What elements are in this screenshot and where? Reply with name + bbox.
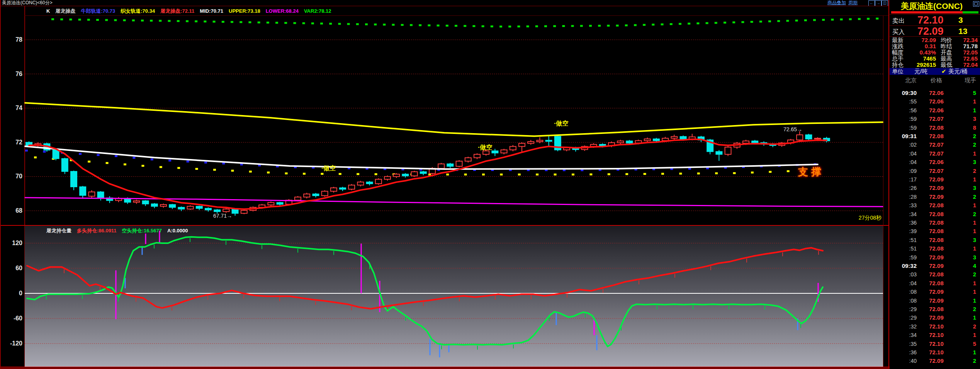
stat-value: 0.43%: [912, 49, 936, 56]
y-axis-label: 70: [2, 173, 22, 180]
tick-lots: 2: [956, 132, 980, 140]
chart-area[interactable]: [0, 0, 888, 369]
tick-price: 72.10: [917, 340, 956, 348]
unit-usd-option[interactable]: 美元/桶: [948, 68, 980, 75]
tick-price: 72.08: [917, 201, 956, 210]
short-signal-label: ·做空: [321, 164, 336, 173]
stat-value: 292615: [912, 62, 936, 68]
ratio-green: [963, 11, 978, 14]
main-indicator-header: K屠龙操盘牛郎轨道:70.73织女轨道:70.34屠龙操盘:72.11MID:7…: [46, 7, 336, 15]
indicator-value: 多头持仓:86.0911: [77, 228, 117, 234]
tick-row: :0372.082: [890, 270, 980, 279]
tick-lots: 2: [956, 140, 980, 149]
tick-price: 72.09: [917, 253, 956, 262]
tick-time: :26: [890, 184, 917, 192]
tick-row: :5972.088: [890, 124, 980, 132]
tick-price: 72.08: [917, 305, 956, 313]
tick-row: 09:3072.065: [890, 89, 980, 97]
tick-row: :5172.081: [890, 244, 980, 253]
tick-row: :3372.081: [890, 201, 980, 210]
indicator-value: 屠龙持仓量: [46, 228, 71, 234]
tick-lots: 1: [956, 218, 980, 227]
tick-time: 09:32: [890, 262, 917, 270]
tick-row: :2672.093: [890, 184, 980, 192]
tick-lots: 2: [956, 305, 980, 313]
stat-label: 总手: [890, 56, 912, 62]
tick-lots: 2: [956, 210, 980, 218]
tick-lots: 3: [956, 253, 980, 262]
unit-cny-option[interactable]: 元/吨: [914, 68, 941, 75]
stat-value: 72.04: [961, 62, 980, 68]
tick-lots: 1: [956, 227, 980, 235]
tick-time: :34: [890, 331, 917, 339]
sell-qty: 3: [958, 15, 963, 25]
tick-row: :0872.091: [890, 296, 980, 305]
stat-row: 总手7465最高72.65: [890, 56, 980, 62]
indicator-value: UPPER:73.18: [229, 8, 260, 14]
y-axis-label: 0: [2, 290, 22, 297]
tick-price: 72.08: [917, 227, 956, 235]
bar-countdown-label: 27分08秒: [831, 215, 881, 222]
tick-lots: 1: [956, 313, 980, 322]
tick-lots: 1: [956, 288, 980, 296]
tick-lots: 1: [956, 175, 980, 184]
tick-time: :51: [890, 244, 917, 253]
tick-row: :0872.091: [890, 288, 980, 296]
tick-price: 72.10: [917, 331, 956, 339]
tick-price: 72.10: [917, 348, 956, 357]
price-marker-label: 67.71→: [213, 213, 232, 219]
tick-time: :51: [890, 236, 917, 244]
tick-price: 72.09: [917, 296, 956, 305]
restore-window-icon[interactable]: [973, 1, 979, 7]
stat-value: 71.78: [961, 43, 980, 49]
quote-title: 美原油连(CONC): [890, 1, 974, 12]
stat-label: 昨结: [936, 43, 961, 49]
indicator-value: 屠龙操盘:72.11: [160, 8, 194, 14]
tick-price: 72.06: [917, 106, 956, 115]
buy-label: 买入: [892, 28, 905, 36]
tick-price: 72.09: [917, 193, 956, 201]
tick-row: :3972.081: [890, 227, 980, 235]
tick-price: 72.08: [917, 218, 956, 227]
tick-price: 72.08: [917, 270, 956, 279]
tick-lots: 4: [956, 262, 980, 270]
short-signal-label: ·做空: [554, 120, 568, 128]
tick-lots: 2: [956, 322, 980, 331]
y-axis-label: 68: [2, 207, 22, 214]
tick-time: :03: [890, 270, 917, 279]
tick-time: :29: [890, 313, 917, 322]
stat-value: 72.05: [961, 49, 980, 56]
tick-time: :32: [890, 322, 917, 331]
sell-label: 卖出: [892, 17, 905, 25]
stat-row: 最新72.09均价72.34: [890, 37, 980, 43]
tick-price: 72.09: [917, 175, 956, 184]
tick-price: 72.06: [917, 97, 956, 106]
price-marker-label: 72.65→: [783, 126, 802, 132]
tick-lots: 1: [956, 149, 980, 158]
col-time: 北京: [890, 76, 917, 84]
tick-time: :04: [890, 149, 917, 158]
y-axis-label: 76: [2, 71, 22, 78]
tick-price: 72.08: [917, 210, 956, 218]
y-axis-label: 78: [2, 36, 22, 43]
y-axis-label: -120: [2, 340, 22, 347]
tick-row: :5572.061: [890, 97, 980, 106]
tick-row: :5672.061: [890, 106, 980, 115]
tick-price: 72.09: [917, 288, 956, 296]
indicator-value: 牛郎轨道:70.73: [81, 8, 115, 14]
col-lots: 现手: [956, 76, 980, 84]
indicator-value: 织女轨道:70.34: [121, 8, 155, 14]
stat-label: 开盘: [936, 49, 961, 56]
tick-list-header: 北京 价格 现手: [890, 76, 980, 84]
tick-time: :02: [890, 140, 917, 149]
tick-row: :3672.101: [890, 348, 980, 357]
tick-lots: 2: [956, 167, 980, 175]
y-axis-label: 60: [2, 265, 22, 272]
short-signal-label: ·做空: [478, 144, 492, 152]
tick-row: :5972.093: [890, 253, 980, 262]
indicator-value: MID:70.71: [200, 8, 223, 14]
tick-time: :59: [890, 124, 917, 132]
tick-time: :34: [890, 210, 917, 218]
tick-row: :0472.081: [890, 279, 980, 288]
tick-time: :08: [890, 288, 917, 296]
